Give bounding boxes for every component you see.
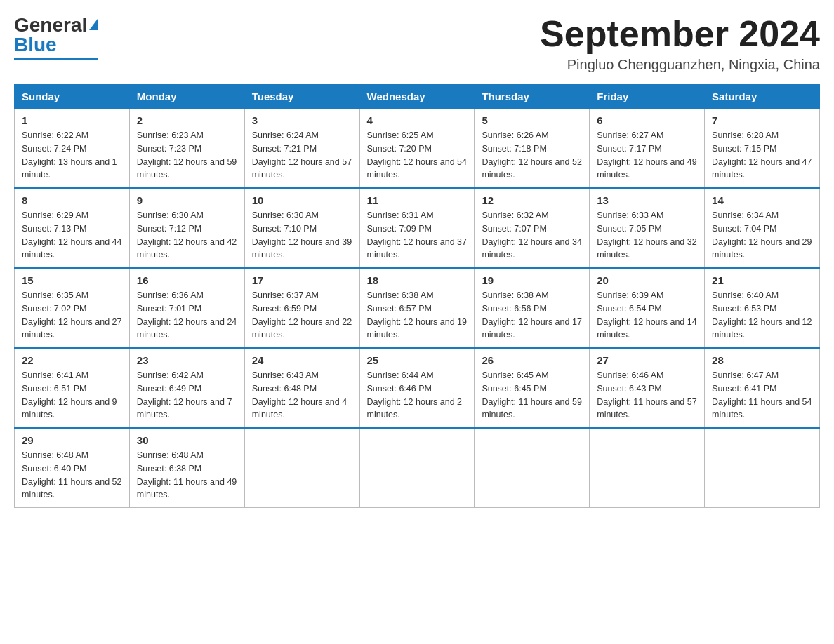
day-number: 20 [597, 274, 697, 286]
day-info: Sunrise: 6:36 AMSunset: 7:01 PMDaylight:… [137, 290, 237, 340]
table-row: 21 Sunrise: 6:40 AMSunset: 6:53 PMDaylig… [705, 268, 820, 348]
day-info: Sunrise: 6:47 AMSunset: 6:41 PMDaylight:… [712, 370, 812, 420]
day-info: Sunrise: 6:44 AMSunset: 6:46 PMDaylight:… [367, 370, 463, 420]
day-info: Sunrise: 6:28 AMSunset: 7:15 PMDaylight:… [712, 130, 812, 180]
month-title: September 2024 [540, 14, 820, 54]
table-row: 3 Sunrise: 6:24 AMSunset: 7:21 PMDayligh… [244, 109, 359, 189]
header-monday: Monday [129, 85, 244, 109]
day-number: 27 [597, 354, 697, 366]
table-row [590, 428, 705, 508]
calendar-week-row: 29 Sunrise: 6:48 AMSunset: 6:40 PMDaylig… [15, 428, 820, 508]
header-friday: Friday [590, 85, 705, 109]
day-number: 14 [712, 194, 812, 206]
day-number: 7 [712, 114, 812, 126]
day-number: 5 [482, 114, 582, 126]
logo-arrow-icon [89, 19, 98, 30]
table-row: 6 Sunrise: 6:27 AMSunset: 7:17 PMDayligh… [590, 109, 705, 189]
calendar-week-row: 22 Sunrise: 6:41 AMSunset: 6:51 PMDaylig… [15, 348, 820, 428]
day-number: 17 [252, 274, 352, 286]
day-number: 21 [712, 274, 812, 286]
day-number: 18 [367, 274, 468, 286]
calendar-table: Sunday Monday Tuesday Wednesday Thursday… [14, 84, 820, 508]
table-row: 5 Sunrise: 6:26 AMSunset: 7:18 PMDayligh… [475, 109, 590, 189]
title-area: September 2024 Pingluo Chengguanzhen, Ni… [540, 14, 820, 73]
calendar-header-row: Sunday Monday Tuesday Wednesday Thursday… [15, 85, 820, 109]
day-info: Sunrise: 6:48 AMSunset: 6:38 PMDaylight:… [137, 450, 237, 499]
logo-underline [14, 58, 98, 60]
table-row [244, 428, 359, 508]
table-row [359, 428, 475, 508]
table-row: 18 Sunrise: 6:38 AMSunset: 6:57 PMDaylig… [359, 268, 475, 348]
table-row: 19 Sunrise: 6:38 AMSunset: 6:56 PMDaylig… [475, 268, 590, 348]
table-row: 15 Sunrise: 6:35 AMSunset: 7:02 PMDaylig… [15, 268, 130, 348]
day-info: Sunrise: 6:41 AMSunset: 6:51 PMDaylight:… [22, 370, 117, 420]
day-number: 16 [137, 274, 237, 286]
day-number: 26 [482, 354, 582, 366]
table-row: 1 Sunrise: 6:22 AMSunset: 7:24 PMDayligh… [15, 109, 130, 189]
logo: General Blue [14, 14, 98, 60]
page-header: General Blue September 2024 Pingluo Chen… [14, 14, 820, 73]
day-number: 8 [22, 194, 122, 206]
table-row: 22 Sunrise: 6:41 AMSunset: 6:51 PMDaylig… [15, 348, 130, 428]
day-number: 15 [22, 274, 122, 286]
table-row: 23 Sunrise: 6:42 AMSunset: 6:49 PMDaylig… [129, 348, 244, 428]
table-row: 27 Sunrise: 6:46 AMSunset: 6:43 PMDaylig… [590, 348, 705, 428]
table-row [705, 428, 820, 508]
table-row: 25 Sunrise: 6:44 AMSunset: 6:46 PMDaylig… [359, 348, 475, 428]
day-number: 9 [137, 194, 237, 206]
day-number: 2 [137, 114, 237, 126]
day-info: Sunrise: 6:31 AMSunset: 7:09 PMDaylight:… [367, 210, 467, 260]
day-info: Sunrise: 6:40 AMSunset: 6:53 PMDaylight:… [712, 290, 812, 340]
day-number: 28 [712, 354, 812, 366]
table-row: 20 Sunrise: 6:39 AMSunset: 6:54 PMDaylig… [590, 268, 705, 348]
table-row: 4 Sunrise: 6:25 AMSunset: 7:20 PMDayligh… [359, 109, 475, 189]
table-row [475, 428, 590, 508]
calendar-week-row: 8 Sunrise: 6:29 AMSunset: 7:13 PMDayligh… [15, 188, 820, 268]
day-number: 13 [597, 194, 697, 206]
day-info: Sunrise: 6:27 AMSunset: 7:17 PMDaylight:… [597, 130, 696, 180]
header-tuesday: Tuesday [244, 85, 359, 109]
table-row: 8 Sunrise: 6:29 AMSunset: 7:13 PMDayligh… [15, 188, 130, 268]
day-number: 25 [367, 354, 468, 366]
day-info: Sunrise: 6:38 AMSunset: 6:56 PMDaylight:… [482, 290, 581, 340]
day-number: 30 [137, 434, 237, 446]
table-row: 24 Sunrise: 6:43 AMSunset: 6:48 PMDaylig… [244, 348, 359, 428]
day-info: Sunrise: 6:22 AMSunset: 7:24 PMDaylight:… [22, 130, 117, 180]
logo-blue-text: Blue [14, 34, 57, 56]
day-number: 3 [252, 114, 352, 126]
day-info: Sunrise: 6:37 AMSunset: 6:59 PMDaylight:… [252, 290, 352, 340]
day-info: Sunrise: 6:32 AMSunset: 7:07 PMDaylight:… [482, 210, 581, 260]
table-row: 17 Sunrise: 6:37 AMSunset: 6:59 PMDaylig… [244, 268, 359, 348]
day-number: 1 [22, 114, 122, 126]
calendar-week-row: 15 Sunrise: 6:35 AMSunset: 7:02 PMDaylig… [15, 268, 820, 348]
header-sunday: Sunday [15, 85, 130, 109]
day-info: Sunrise: 6:38 AMSunset: 6:57 PMDaylight:… [367, 290, 467, 340]
day-number: 24 [252, 354, 352, 366]
day-info: Sunrise: 6:39 AMSunset: 6:54 PMDaylight:… [597, 290, 696, 340]
day-info: Sunrise: 6:46 AMSunset: 6:43 PMDaylight:… [597, 370, 696, 420]
table-row: 9 Sunrise: 6:30 AMSunset: 7:12 PMDayligh… [129, 188, 244, 268]
day-number: 23 [137, 354, 237, 366]
day-number: 6 [597, 114, 697, 126]
day-info: Sunrise: 6:45 AMSunset: 6:45 PMDaylight:… [482, 370, 581, 420]
table-row: 14 Sunrise: 6:34 AMSunset: 7:04 PMDaylig… [705, 188, 820, 268]
day-number: 19 [482, 274, 582, 286]
header-wednesday: Wednesday [359, 85, 475, 109]
day-info: Sunrise: 6:30 AMSunset: 7:10 PMDaylight:… [252, 210, 352, 260]
header-saturday: Saturday [705, 85, 820, 109]
day-number: 22 [22, 354, 122, 366]
table-row: 11 Sunrise: 6:31 AMSunset: 7:09 PMDaylig… [359, 188, 475, 268]
day-number: 29 [22, 434, 122, 446]
day-info: Sunrise: 6:43 AMSunset: 6:48 PMDaylight:… [252, 370, 348, 420]
day-info: Sunrise: 6:23 AMSunset: 7:23 PMDaylight:… [137, 130, 237, 180]
location-title: Pingluo Chengguanzhen, Ningxia, China [540, 57, 820, 73]
day-number: 12 [482, 194, 582, 206]
day-info: Sunrise: 6:25 AMSunset: 7:20 PMDaylight:… [367, 130, 467, 180]
day-info: Sunrise: 6:34 AMSunset: 7:04 PMDaylight:… [712, 210, 812, 260]
table-row: 30 Sunrise: 6:48 AMSunset: 6:38 PMDaylig… [129, 428, 244, 508]
table-row: 10 Sunrise: 6:30 AMSunset: 7:10 PMDaylig… [244, 188, 359, 268]
day-info: Sunrise: 6:24 AMSunset: 7:21 PMDaylight:… [252, 130, 352, 180]
day-info: Sunrise: 6:30 AMSunset: 7:12 PMDaylight:… [137, 210, 237, 260]
day-info: Sunrise: 6:42 AMSunset: 6:49 PMDaylight:… [137, 370, 232, 420]
day-info: Sunrise: 6:35 AMSunset: 7:02 PMDaylight:… [22, 290, 121, 340]
